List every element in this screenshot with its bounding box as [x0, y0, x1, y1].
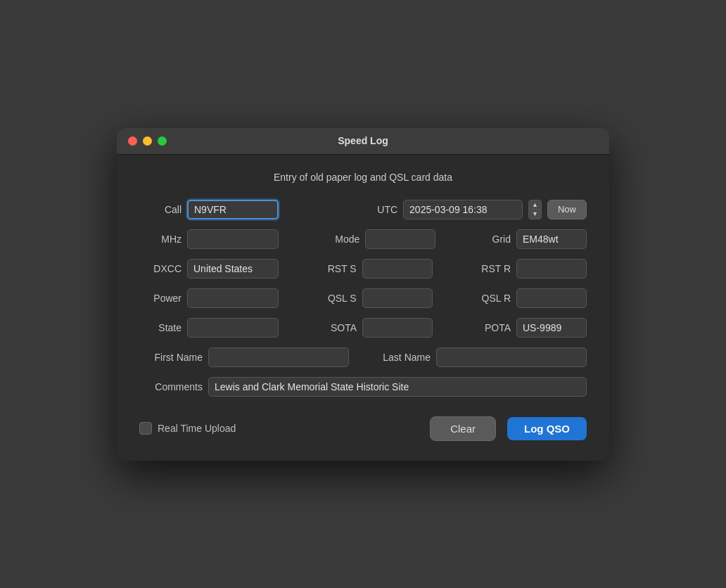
title-bar: Speed Log	[117, 128, 609, 155]
utc-stepper[interactable]: ▲ ▼	[528, 200, 542, 219]
comments-input[interactable]	[208, 377, 587, 397]
pota-input[interactable]	[516, 318, 587, 338]
realtime-upload-wrap: Real Time Upload	[139, 422, 236, 435]
rsts-label: RST S	[328, 263, 357, 274]
rstr-label: RST R	[481, 263, 511, 274]
row-dxcc-rst: DXCC RST S RST R	[139, 259, 587, 279]
row-names: First Name Last Name	[139, 347, 587, 367]
sota-input[interactable]	[362, 318, 433, 338]
call-label: Call	[139, 204, 182, 215]
realtime-upload-checkbox[interactable]	[139, 422, 152, 435]
now-button[interactable]: Now	[547, 200, 587, 219]
qsls-input[interactable]	[362, 288, 433, 308]
lastname-input[interactable]	[436, 347, 587, 367]
qsls-label: QSL S	[328, 293, 357, 304]
dxcc-input[interactable]	[187, 259, 279, 279]
qslr-label: QSL R	[482, 293, 511, 304]
rsts-input[interactable]	[362, 259, 433, 279]
mode-label: Mode	[335, 234, 359, 245]
log-qso-button[interactable]: Log QSO	[507, 417, 587, 440]
lastname-label: Last Name	[374, 352, 431, 363]
clear-button[interactable]: Clear	[430, 416, 496, 441]
power-label: Power	[139, 293, 182, 304]
row-power-qsl: Power QSL S QSL R	[139, 288, 587, 308]
row-comments: Comments	[139, 377, 587, 397]
row-state-sota-pota: State SOTA POTA	[139, 318, 587, 338]
mode-input[interactable]	[365, 229, 435, 249]
comments-label: Comments	[139, 381, 203, 392]
traffic-lights	[128, 136, 167, 146]
rstr-input[interactable]	[516, 259, 587, 279]
call-input[interactable]	[187, 200, 279, 219]
state-label: State	[139, 322, 182, 333]
sota-label: SOTA	[331, 322, 357, 333]
main-window: Speed Log Entry of old paper log and QSL…	[117, 128, 609, 461]
close-button[interactable]	[128, 136, 137, 146]
grid-label: Grid	[492, 234, 511, 245]
realtime-upload-label: Real Time Upload	[158, 423, 236, 434]
grid-input[interactable]	[516, 229, 587, 249]
stepper-up-button[interactable]: ▲	[529, 200, 541, 210]
form-grid: Call UTC ▲ ▼ Now MHz Mode Grid	[139, 200, 587, 397]
maximize-button[interactable]	[158, 136, 167, 146]
minimize-button[interactable]	[143, 136, 152, 146]
row-mhz-mode-grid: MHz Mode Grid	[139, 229, 587, 249]
mhz-label: MHz	[139, 234, 182, 245]
subtitle: Entry of old paper log and QSL card data	[139, 172, 587, 183]
state-input[interactable]	[187, 318, 279, 338]
power-input[interactable]	[187, 288, 279, 308]
firstname-label: First Name	[139, 352, 203, 363]
bottom-bar: Real Time Upload Clear Log QSO	[139, 416, 587, 441]
utc-input[interactable]	[403, 200, 523, 219]
utc-label: UTC	[377, 204, 397, 215]
row-call-utc: Call UTC ▲ ▼ Now	[139, 200, 587, 219]
pota-label: POTA	[485, 322, 511, 333]
qslr-input[interactable]	[516, 288, 587, 308]
stepper-down-button[interactable]: ▼	[529, 210, 541, 219]
firstname-input[interactable]	[208, 347, 349, 367]
window-title: Speed Log	[338, 135, 388, 146]
window-body: Entry of old paper log and QSL card data…	[117, 155, 609, 461]
dxcc-label: DXCC	[139, 263, 182, 274]
mhz-input[interactable]	[187, 229, 279, 249]
